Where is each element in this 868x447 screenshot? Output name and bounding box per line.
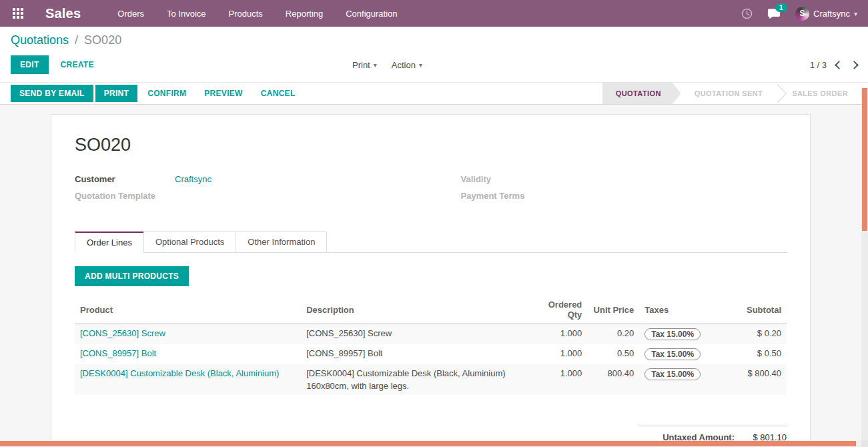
product-link[interactable]: [CONS_25630] Screw [80, 328, 165, 338]
cell-subtotal: $ 0.50 [717, 344, 787, 364]
col-description: Description [301, 296, 534, 324]
stage-quotation-sent[interactable]: QUOTATION SENT [681, 83, 776, 104]
tax-badge: Tax 15.00% [644, 328, 701, 340]
breadcrumb-current: SO020 [84, 33, 121, 47]
cell-subtotal: $ 0.20 [717, 324, 787, 345]
statusbar-buttons: SEND BY EMAIL PRINT CONFIRM PREVIEW CANC… [11, 83, 304, 104]
print-dropdown-label: Print [352, 60, 370, 70]
tab-other-information[interactable]: Other Information [236, 232, 327, 253]
description-line1: [DESK0004] Customizable Desk (Black, Alu… [306, 368, 528, 378]
activities-clock-icon[interactable] [741, 8, 753, 19]
notebook-tabs: Order Lines Optional Products Other Info… [75, 232, 787, 253]
stage-sales-order[interactable]: SALES ORDER [779, 83, 861, 104]
navbar-right: 1 S Craftsync ▾ [741, 7, 857, 21]
messages-icon[interactable]: 1 [767, 8, 781, 19]
cell-description: [CONS_89957] Bolt [301, 344, 534, 364]
table-header-row: Product Description Ordered Qty Unit Pri… [75, 296, 787, 324]
control-row: EDIT CREATE Print ▾ Action ▾ 1 / 3 [11, 55, 857, 74]
stage-pipeline: QUOTATION QUOTATION SENT SALES ORDER [602, 83, 868, 104]
cell-ordered-qty: 1.000 [534, 344, 587, 364]
field-quotation-template: Quotation Template [75, 191, 401, 201]
menu-products[interactable]: Products [229, 9, 263, 19]
payment-terms-label: Payment Terms [461, 191, 561, 201]
apps-grid-icon[interactable] [11, 6, 25, 21]
cell-description: [DESK0004] Customizable Desk (Black, Alu… [301, 364, 534, 395]
vertical-scrollbar-thumb[interactable] [862, 88, 867, 231]
record-buttons: EDIT CREATE [11, 55, 102, 74]
pager: 1 / 3 [810, 60, 857, 70]
field-column-left: Customer Craftsync Quotation Template [75, 174, 401, 207]
control-panel: Quotations / SO020 EDIT CREATE Print ▾ A… [0, 27, 868, 82]
product-link[interactable]: [DESK0004] Customizable Desk (Black, Alu… [80, 368, 279, 378]
breadcrumb-separator: / [75, 33, 78, 47]
cell-unit-price: 0.20 [587, 324, 639, 345]
col-unit-price: Unit Price [587, 296, 639, 324]
table-row[interactable]: [DESK0004] Customizable Desk (Black, Alu… [75, 364, 787, 395]
col-ordered-qty: Ordered Qty [534, 296, 587, 324]
field-validity: Validity [461, 174, 787, 184]
stage-quotation[interactable]: QUOTATION [602, 83, 681, 104]
action-dropdown-label: Action [392, 60, 416, 70]
horizontal-scrollbar-thumb[interactable] [0, 441, 856, 446]
order-lines-table: Product Description Ordered Qty Unit Pri… [75, 296, 787, 395]
user-name: Craftsync [813, 9, 850, 19]
tab-optional-products[interactable]: Optional Products [143, 232, 236, 253]
app-name[interactable]: Sales [45, 6, 81, 21]
print-quote-button[interactable]: PRINT [95, 85, 138, 102]
document-sheet: SO020 Customer Craftsync Quotation Templ… [51, 114, 811, 447]
col-taxes: Taxes [639, 296, 717, 324]
statusbar: SEND BY EMAIL PRINT CONFIRM PREVIEW CANC… [0, 82, 868, 105]
quotation-template-label: Quotation Template [75, 191, 175, 201]
confirm-button[interactable]: CONFIRM [139, 85, 194, 102]
vertical-scrollbar[interactable] [861, 88, 868, 440]
action-dropdown[interactable]: Action ▾ [392, 60, 422, 70]
breadcrumb: Quotations / SO020 [11, 33, 857, 47]
field-column-right: Validity Payment Terms [461, 174, 787, 207]
messages-count-badge: 1 [775, 3, 787, 12]
form-view: SO020 Customer Craftsync Quotation Templ… [0, 105, 868, 447]
menu-orders[interactable]: Orders [117, 9, 144, 19]
cell-unit-price: 0.50 [587, 344, 639, 364]
menu-configuration[interactable]: Configuration [346, 9, 397, 19]
cell-description: [CONS_25630] Screw [301, 324, 534, 345]
breadcrumb-quotations-link[interactable]: Quotations [11, 33, 69, 47]
print-dropdown[interactable]: Print ▾ [352, 60, 377, 70]
main-menu: Orders To Invoice Products Reporting Con… [117, 9, 397, 19]
pager-counter: 1 / 3 [810, 60, 827, 70]
preview-button[interactable]: PREVIEW [196, 85, 250, 102]
tab-order-lines[interactable]: Order Lines [75, 232, 144, 253]
menu-to-invoice[interactable]: To Invoice [167, 9, 206, 19]
user-menu[interactable]: S Craftsync ▾ [795, 7, 857, 21]
edit-button[interactable]: EDIT [11, 55, 49, 74]
product-link[interactable]: [CONS_89957] Bolt [80, 348, 156, 358]
table-row[interactable]: [CONS_25630] Screw [CONS_25630] Screw 1.… [75, 324, 787, 345]
description-line2: 160x80cm, with large legs. [306, 381, 528, 391]
customer-link[interactable]: Craftsync [175, 174, 211, 184]
customer-value: Craftsync [175, 174, 211, 184]
cell-ordered-qty: 1.000 [534, 364, 587, 395]
pager-next-icon[interactable] [850, 61, 859, 69]
caret-down-icon: ▾ [374, 61, 377, 69]
add-multi-products-button[interactable]: ADD MULTI PRODUCTS [75, 266, 189, 286]
field-customer: Customer Craftsync [75, 174, 401, 184]
tax-badge: Tax 15.00% [644, 368, 701, 380]
send-by-email-button[interactable]: SEND BY EMAIL [11, 85, 93, 102]
chevron-down-icon: ▾ [854, 10, 857, 17]
cancel-button[interactable]: CANCEL [253, 85, 304, 102]
cell-ordered-qty: 1.000 [534, 324, 587, 345]
cell-unit-price: 800.40 [587, 364, 639, 395]
user-avatar: S [795, 7, 809, 21]
tax-badge: Tax 15.00% [644, 348, 701, 360]
caret-down-icon: ▾ [419, 61, 422, 69]
horizontal-scrollbar[interactable] [0, 440, 861, 447]
table-row[interactable]: [CONS_89957] Bolt [CONS_89957] Bolt 1.00… [75, 344, 787, 364]
action-dropdowns: Print ▾ Action ▾ [352, 60, 422, 70]
menu-reporting[interactable]: Reporting [286, 9, 323, 19]
col-product: Product [75, 296, 301, 324]
validity-label: Validity [461, 174, 561, 184]
create-button[interactable]: CREATE [53, 55, 102, 74]
order-lines-page: ADD MULTI PRODUCTS Product Description O… [75, 253, 787, 447]
field-payment-terms: Payment Terms [461, 191, 787, 201]
pager-previous-icon[interactable] [835, 61, 843, 69]
field-group: Customer Craftsync Quotation Template Va… [75, 174, 787, 207]
